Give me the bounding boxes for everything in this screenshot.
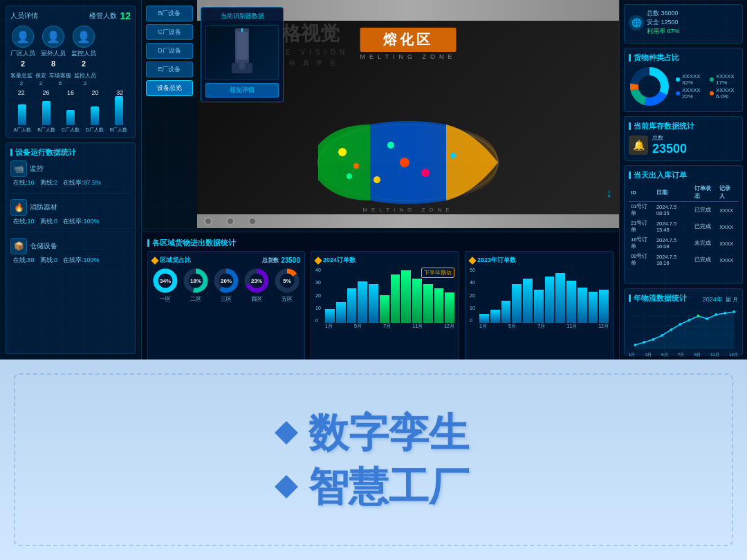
factory-btn-b[interactable]: B厂设备 — [146, 6, 193, 21]
legend-1: XXXXX 32% — [676, 73, 704, 86]
device-fire: 🔥 消防器材 在线:10 离线:0 在线率:100% — [10, 199, 131, 232]
bar-2023-9 — [566, 281, 576, 323]
area-4-svg: 23% — [243, 268, 270, 294]
factory-btn-d[interactable]: D厂设备 — [146, 43, 193, 59]
order-3-person: XXXX — [717, 235, 738, 252]
orders-2023-title: 2023年订单数 — [477, 256, 516, 265]
svg-point-13 — [347, 174, 352, 179]
right-panel: 🌐 总数 36000 安全 12500 利用率 67% 货物种类占比 — [619, 0, 747, 360]
legend-label-3: XXXXX 22% — [682, 87, 704, 100]
personnel-title: 人员详情 — [10, 11, 38, 21]
legend-4: XXXXX 6.0% — [710, 87, 738, 100]
bar-b — [42, 101, 50, 125]
area-avatar: 👤 — [12, 26, 34, 48]
forecast-label: 下半年预估 — [421, 268, 454, 278]
svg-point-49 — [724, 312, 727, 315]
bar-2023-2 — [490, 310, 500, 323]
order-row-4: 00号订单 2024.7.5 18:16 已完成 XXXX — [629, 252, 738, 268]
bar-2024-6-forecast — [380, 295, 389, 323]
factory-btn-c[interactable]: C厂设备 — [146, 24, 193, 40]
inventory-total-row: 🔔 总数 23500 — [629, 134, 738, 156]
sub-area-1-val: 2 — [20, 80, 23, 86]
logx-7: 7月 — [678, 352, 684, 358]
personnel-bar-chart: A厂人数 B厂人数 C厂人数 D厂人数 E厂人数 — [10, 99, 131, 133]
logistics-title: 年物流数据统计 — [629, 293, 687, 304]
bar-val-2: 26 — [35, 89, 57, 96]
outdoor-person-value: 8 — [51, 59, 55, 68]
logx-11: 11月 — [710, 352, 719, 358]
logistics-controls: 2024年 届 月 — [703, 295, 738, 304]
arrow-down: ↓ — [606, 186, 612, 200]
x23-7: 7月 — [537, 323, 545, 330]
logx-12: 12月 — [729, 352, 738, 358]
outdoor-avatar: 👤 — [42, 26, 64, 48]
logistics-section: 年物流数据统计 2024年 届 月 — [624, 288, 743, 355]
bar-2023-3 — [501, 301, 511, 323]
bottom-content: 数字孪生 智慧工厂 — [223, 399, 524, 521]
orders-2023-header: 2023年订单数 — [470, 256, 609, 265]
personnel-header: 人员详情 楼管人数 12 — [10, 10, 131, 21]
bottom-stats: 各区域货物进出数据统计 区域货占比 总货数 23500 — [142, 232, 619, 360]
bar-2024-12-forecast — [445, 292, 454, 323]
device-svg — [221, 28, 263, 77]
area-3-label: 三区 — [221, 295, 232, 303]
area-2-label: 二区 — [190, 295, 201, 303]
melting-zone-label: 熔化区 — [383, 32, 433, 47]
sub-area-4-val: 2 — [84, 80, 86, 86]
svg-text:5%: 5% — [283, 278, 291, 284]
pie-charts-row: 34% 一区 18% 二区 — [152, 268, 300, 303]
x23-11: 11月 — [566, 323, 577, 330]
svg-point-50 — [733, 310, 736, 313]
dashboard: 人员详情 楼管人数 12 👤 厂区人员 2 👤 室外人员 8 — [0, 0, 747, 360]
y23-10: 10 — [470, 306, 475, 310]
logistics-header: 年物流数据统计 2024年 届 月 — [629, 293, 738, 306]
device-popup: 当前识别器数据 领先详情 — [201, 7, 284, 102]
bolt-bottom-2 — [226, 217, 234, 225]
manager-label: 楼管人数 — [89, 11, 117, 21]
sub-area-1: 客量总监 2 — [10, 72, 33, 86]
x-7: 7月 — [383, 323, 391, 330]
warehouse-rate: 在线率:100% — [63, 256, 100, 265]
melting-label-group: 熔化区 MELTING ZONE — [360, 28, 456, 60]
device-title: 设备运行数据统计 — [10, 147, 131, 158]
svg-point-7 — [353, 163, 359, 169]
svg-point-12 — [400, 158, 409, 167]
popup-detail-btn[interactable]: 领先详情 — [205, 83, 279, 97]
sub-areas-row: 客量总监 2 保安 2 车场客服 6 监控人员 2 — [10, 72, 131, 86]
area-distribution-card: 区域货占比 总货数 23500 34% 一区 — [147, 251, 305, 360]
sub-area-2-label: 保安 — [35, 72, 46, 80]
svg-point-46 — [697, 315, 700, 317]
warehouse-online: 在线:88 — [13, 256, 35, 265]
inventory-number: 23500 — [652, 142, 687, 156]
bolt-bottom-3 — [248, 217, 257, 225]
monitor-avatar: 👤 — [73, 26, 95, 48]
factory-buttons: B厂设备 C厂设备 D厂设备 E厂设备 设备总览 — [142, 0, 197, 102]
legend-dot-1 — [676, 77, 680, 82]
bar-a — [18, 104, 26, 125]
y-label-10: 10 — [315, 306, 321, 310]
legend-dot-3 — [676, 91, 680, 95]
bar-2024-1 — [325, 309, 335, 323]
warehouse-offline: 离线:0 — [40, 256, 58, 265]
inventory-number-group: 总数 23500 — [652, 134, 687, 156]
order-3-date: 2024.7.5 16:08 — [654, 235, 692, 252]
personnel-section: 人员详情 楼管人数 12 👤 厂区人员 2 👤 室外人员 8 — [6, 6, 136, 138]
logistics-x-axis: 1月 3月 5月 7月 9月 11月 12月 — [629, 352, 738, 358]
inventory-title: 当前库存数据统计 — [629, 121, 738, 131]
legend-label-1: XXXXX 32% — [682, 73, 704, 86]
total-stats-header: 🌐 总数 36000 安全 12500 利用率 67% — [629, 9, 738, 36]
inventory-total-label: 总数 — [652, 134, 687, 142]
order-4-id: 00号订单 — [629, 252, 654, 268]
order-1-date: 2024.7.5 08:35 — [654, 202, 692, 219]
factory-btn-e[interactable]: E厂设备 — [146, 62, 193, 77]
x-axis-2024: 1月 5月 7月 11月 12月 — [325, 323, 454, 330]
svg-marker-38 — [635, 312, 734, 349]
device-monitor-name: 监控 — [30, 164, 44, 174]
factory-btn-all[interactable]: 设备总览 — [146, 80, 193, 96]
left-panel: 人员详情 楼管人数 12 👤 厂区人员 2 👤 室外人员 8 — [0, 0, 142, 360]
x23-5: 5月 — [508, 323, 516, 330]
svg-rect-2 — [237, 32, 248, 59]
orders-2023-card: 2023年订单数 50 40 20 10 0 — [465, 251, 614, 360]
svg-point-43 — [670, 328, 672, 331]
bottom-melting-label: MELTING ZONE — [362, 207, 453, 213]
